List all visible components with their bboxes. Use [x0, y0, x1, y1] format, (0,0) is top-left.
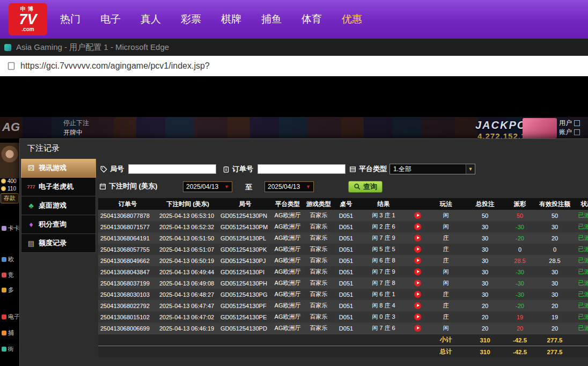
bet-records-panel: 下注记录 ⚄ 视讯游戏 777 电子老虎机 ♣ 桌面游戏 [19, 138, 588, 366]
cell-total-bet: 20 [466, 325, 504, 332]
cell-platform: AG欧洲厅 [272, 313, 303, 321]
lobby-side-item[interactable]: 捕 [2, 329, 14, 337]
panel-side-menu: ⚄ 视讯游戏 777 电子老虎机 ♣ 桌面游戏 ♦ 积分查询 [21, 159, 96, 253]
site-logo[interactable]: 申博 7V .com [9, 3, 47, 35]
replay-icon[interactable] [414, 313, 421, 320]
cell-total-bet: 30 [466, 224, 504, 230]
search-button[interactable]: 查询 [348, 181, 383, 193]
calendar-icon [99, 183, 106, 190]
cell-table-no: D051 [334, 258, 358, 264]
cell-valid-bet: 19 [536, 314, 574, 320]
promo-banner [523, 118, 557, 138]
cell-status: 已派彩 [574, 223, 588, 231]
cell-result: 闲 6 庄 1 [358, 290, 409, 298]
cell-result: 闲 2 庄 6 [358, 223, 409, 231]
cell-status: 已派彩 [574, 234, 588, 242]
cell-payout: -30 [504, 291, 536, 298]
bet-records-table: 订单号下注时间 (美东)局号平台类型游戏类型桌号结果玩法总投注派彩有效投注额状态… [98, 198, 588, 357]
cell-time: 2025-04-13 06:49:08 [157, 280, 218, 287]
chevron-down-icon: ▼ [224, 184, 229, 189]
nav-item[interactable]: 棋牌 [221, 12, 241, 26]
side-item-icon [2, 331, 6, 335]
replay-icon[interactable] [414, 212, 421, 219]
date-to-picker[interactable]: 2025/04/13 ▼ [264, 181, 314, 192]
date-to-value: 2025/04/13 [268, 183, 300, 191]
cell-status: 已派彩 [574, 211, 588, 219]
order-input[interactable] [258, 164, 346, 174]
cell-result: 闲 7 庄 6 [358, 324, 409, 332]
cell-payout: 0 [504, 246, 536, 253]
nav-item[interactable]: 优惠 [342, 12, 362, 26]
lobby-side-item[interactable]: 卡卡 [2, 224, 20, 232]
replay-icon[interactable] [414, 268, 421, 275]
cell-play: 庄 [425, 257, 466, 265]
platform-select[interactable]: 1.全部 ▼ [389, 164, 475, 174]
cell-order: 250413068043847 [98, 269, 157, 275]
cell-result: 闲 7 庄 9 [358, 234, 409, 242]
cell-order: 250413068015102 [98, 314, 157, 320]
nav-item[interactable]: 体育 [302, 12, 322, 26]
nav-item[interactable]: 彩票 [181, 12, 201, 26]
account-chip[interactable]: 账户 [559, 128, 580, 137]
cell-result: 闲 7 庄 8 [358, 279, 409, 287]
panel-menu-item[interactable]: 777 电子老虎机 [21, 178, 96, 196]
replay-icon[interactable] [414, 257, 421, 264]
cell-game-type: 百家乐 [303, 324, 334, 332]
browser-urlbar[interactable]: https://gci.7vvvvvv.com/agingame/pcv1/in… [0, 56, 588, 76]
column-header: 订单号 [98, 200, 157, 208]
cell-status: 已派彩 [574, 257, 588, 265]
lobby-side-item[interactable]: 竞 [2, 271, 14, 279]
replay-icon[interactable] [414, 291, 421, 298]
replay-icon[interactable] [414, 325, 421, 332]
panel-menu-item[interactable]: ♣ 桌面游戏 [21, 196, 96, 215]
cell-total-bet: 30 [466, 235, 504, 241]
nav-item[interactable]: 捕鱼 [261, 12, 282, 26]
panel-menu-item[interactable]: ▤ 额度记录 [21, 234, 96, 253]
replay-icon[interactable] [414, 280, 421, 287]
replay-icon[interactable] [414, 235, 421, 241]
date-from-picker[interactable]: 2025/04/13 ▼ [183, 181, 232, 192]
replay-icon[interactable] [414, 223, 421, 230]
cell-order: 250413068037199 [98, 280, 157, 287]
cell-valid-bet: 30 [536, 280, 574, 287]
cell-game-type: 百家乐 [303, 245, 334, 253]
order-filter: 订单号 [223, 164, 346, 174]
nav-item[interactable]: 热门 [60, 12, 80, 26]
column-header: 总投注 [466, 200, 504, 208]
lobby-side-item[interactable]: 电子 [2, 313, 20, 321]
cell-order: 250413068022792 [98, 303, 157, 309]
cell-play: 闲 [425, 279, 466, 287]
column-header: 玩法 [425, 200, 466, 208]
cell-status: 已派彩 [574, 290, 588, 298]
cell-table-no: D051 [334, 280, 358, 287]
cell-result: 闲 3 庄 1 [358, 211, 409, 219]
panel-menu-item[interactable]: ♦ 积分查询 [21, 215, 96, 234]
panel-menu-item[interactable]: ⚄ 视讯游戏 [21, 159, 96, 178]
table-body: 250413068077878 2025-04-13 06:53:10 GD05… [98, 210, 588, 334]
panel-title: 下注记录 [27, 143, 60, 153]
nav-item[interactable]: 真人 [141, 12, 161, 26]
lobby-side-item[interactable]: 多 [2, 286, 14, 294]
column-header: 局号 [218, 200, 272, 208]
tag-icon [100, 166, 107, 173]
cell-time: 2025-04-13 06:48:27 [157, 291, 218, 298]
cell-order: 250413068064191 [98, 235, 157, 241]
avatar[interactable] [0, 143, 19, 178]
points-query-icon: ♦ [26, 220, 36, 229]
cell-play: 庄 [425, 313, 466, 321]
order-label: 订单号 [232, 164, 253, 174]
lobby-side-item[interactable]: 街 [2, 345, 14, 353]
table-row: 250413068077878 2025-04-13 06:53:10 GD05… [98, 210, 588, 221]
nav-item[interactable]: 电子 [100, 12, 121, 26]
menu-label: 额度记录 [39, 238, 67, 248]
cell-platform: AG欧洲厅 [272, 324, 303, 332]
replay-icon[interactable] [414, 246, 421, 253]
deposit-button[interactable]: 存款 [1, 193, 19, 203]
replay-icon[interactable] [414, 302, 421, 309]
cell-total-bet: 20 [466, 303, 504, 309]
round-input[interactable] [128, 164, 216, 174]
side-item-icon [2, 273, 6, 277]
lobby-side-item[interactable]: 欧 [2, 255, 14, 263]
logo-text-main: 7V [9, 13, 47, 26]
user-chip[interactable]: 用户 [559, 119, 580, 128]
